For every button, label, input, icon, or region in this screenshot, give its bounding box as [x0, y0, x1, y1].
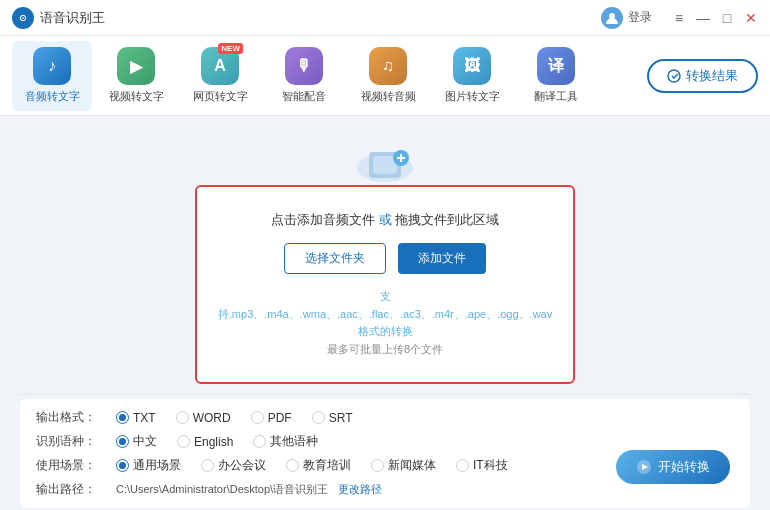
radio-dot-srt — [312, 411, 325, 424]
radio-edu[interactable]: 教育培训 — [286, 457, 351, 474]
tool-icon-img-to-text: 🖼 — [453, 47, 491, 85]
start-convert-button[interactable]: 开始转换 — [616, 450, 730, 484]
change-path-button[interactable]: 更改路径 — [338, 482, 382, 497]
app-logo: ⊙ — [12, 7, 34, 29]
close-button[interactable]: ✕ — [744, 11, 758, 25]
radio-dot-other — [253, 435, 266, 448]
tool-label-img-to-text: 图片转文字 — [445, 89, 500, 104]
login-button[interactable]: 登录 — [601, 7, 652, 29]
radio-dot-word — [176, 411, 189, 424]
upload-cloud-icon — [349, 130, 421, 186]
radio-word[interactable]: WORD — [176, 411, 231, 425]
radio-text-word: WORD — [193, 411, 231, 425]
output-format-label: 输出格式： — [36, 409, 116, 426]
add-file-button[interactable]: 添加文件 — [398, 243, 486, 274]
convert-icon — [667, 69, 681, 83]
radio-text-pdf: PDF — [268, 411, 292, 425]
tool-icon-smart-dub: 🎙 — [285, 47, 323, 85]
radio-text-txt: TXT — [133, 411, 156, 425]
minimize-button[interactable]: — — [696, 11, 710, 25]
radio-text-media: 新闻媒体 — [388, 457, 436, 474]
tool-label-video-to-text: 视频转文字 — [109, 89, 164, 104]
radio-dot-pdf — [251, 411, 264, 424]
app-title: 语音识别王 — [40, 9, 601, 27]
radio-dot-edu — [286, 459, 299, 472]
scene-label: 使用场景： — [36, 457, 116, 474]
tool-label-smart-dub: 智能配音 — [282, 89, 326, 104]
tool-label-net-to-text: 网页转文字 — [193, 89, 248, 104]
login-label: 登录 — [628, 9, 652, 26]
tool-item-video-sound[interactable]: ♫视频转音频 — [348, 41, 428, 111]
output-path-label: 输出路径： — [36, 481, 116, 498]
tool-icon-audio-to-text: ♪ — [33, 47, 71, 85]
tool-item-smart-dub[interactable]: 🎙智能配音 — [264, 41, 344, 111]
play-icon — [636, 459, 652, 475]
radio-text-edu: 教育培训 — [303, 457, 351, 474]
title-bar: ⊙ 语音识别王 登录 ≡ — □ ✕ — [0, 0, 770, 36]
radio-media[interactable]: 新闻媒体 — [371, 457, 436, 474]
radio-text-it: IT科技 — [473, 457, 508, 474]
drop-hint: 支持.mp3、.m4a、.wma、.aac、.flac、.ac3、.m4r、.a… — [218, 288, 552, 358]
svg-point-1 — [668, 70, 680, 82]
tool-item-net-to-text[interactable]: ANEW网页转文字 — [180, 41, 260, 111]
radio-dot-general — [116, 459, 129, 472]
tool-icon-video-sound: ♫ — [369, 47, 407, 85]
radio-general[interactable]: 通用场景 — [116, 457, 181, 474]
menu-button[interactable]: ≡ — [672, 11, 686, 25]
radio-text-en: English — [194, 435, 233, 449]
tool-label-translate: 翻译工具 — [534, 89, 578, 104]
radio-srt[interactable]: SRT — [312, 411, 353, 425]
output-format-controls: TXTWORDPDFSRT — [116, 409, 734, 426]
radio-dot-txt — [116, 411, 129, 424]
tool-item-translate[interactable]: 译翻译工具 — [516, 41, 596, 111]
drop-zone-wrapper: 点击添加音频文件 或 拖拽文件到此区域 选择文件夹 添加文件 支持.mp3、.m… — [20, 130, 750, 384]
radio-dot-media — [371, 459, 384, 472]
tool-label-video-sound: 视频转音频 — [361, 89, 416, 104]
select-folder-button[interactable]: 选择文件夹 — [284, 243, 386, 274]
radio-text-general: 通用场景 — [133, 457, 181, 474]
radio-meeting[interactable]: 办公会议 — [201, 457, 266, 474]
drop-buttons: 选择文件夹 添加文件 — [284, 243, 486, 274]
drop-prompt: 点击添加音频文件 或 拖拽文件到此区域 — [271, 211, 499, 229]
toolbar: ♪音频转文字▶视频转文字ANEW网页转文字🎙智能配音♫视频转音频🖼图片转文字译翻… — [0, 36, 770, 116]
path-value: C:\Users\Administrator\Desktop\语音识别王 — [116, 482, 328, 497]
radio-text-other: 其他语种 — [270, 433, 318, 450]
tool-icon-net-to-text: ANEW — [201, 47, 239, 85]
language-controls: 中文English其他语种 — [116, 433, 734, 450]
drop-or-text: 或 — [379, 212, 396, 227]
maximize-button[interactable]: □ — [720, 11, 734, 25]
drop-zone[interactable]: 点击添加音频文件 或 拖拽文件到此区域 选择文件夹 添加文件 支持.mp3、.m… — [195, 185, 575, 384]
radio-it[interactable]: IT科技 — [456, 457, 508, 474]
radio-dot-meeting — [201, 459, 214, 472]
radio-text-srt: SRT — [329, 411, 353, 425]
radio-pdf[interactable]: PDF — [251, 411, 292, 425]
tool-icon-video-to-text: ▶ — [117, 47, 155, 85]
tool-label-audio-to-text: 音频转文字 — [25, 89, 80, 104]
radio-txt[interactable]: TXT — [116, 411, 156, 425]
radio-text-meeting: 办公会议 — [218, 457, 266, 474]
convert-result-button[interactable]: 转换结果 — [647, 59, 758, 93]
radio-other[interactable]: 其他语种 — [253, 433, 318, 450]
radio-dot-en — [177, 435, 190, 448]
tool-item-video-to-text[interactable]: ▶视频转文字 — [96, 41, 176, 111]
tool-item-audio-to-text[interactable]: ♪音频转文字 — [12, 41, 92, 111]
bottom-options: 输出格式： TXTWORDPDFSRT 识别语种： 中文English其他语种 … — [20, 394, 750, 508]
radio-en[interactable]: English — [177, 435, 233, 449]
radio-zh[interactable]: 中文 — [116, 433, 157, 450]
main-content: 点击添加音频文件 或 拖拽文件到此区域 选择文件夹 添加文件 支持.mp3、.m… — [0, 116, 770, 510]
radio-dot-zh — [116, 435, 129, 448]
window-controls: ≡ — □ ✕ — [672, 11, 758, 25]
new-badge: NEW — [218, 43, 243, 54]
language-label: 识别语种： — [36, 433, 116, 450]
avatar — [601, 7, 623, 29]
tool-icon-translate: 译 — [537, 47, 575, 85]
radio-dot-it — [456, 459, 469, 472]
tool-item-img-to-text[interactable]: 🖼图片转文字 — [432, 41, 512, 111]
radio-text-zh: 中文 — [133, 433, 157, 450]
